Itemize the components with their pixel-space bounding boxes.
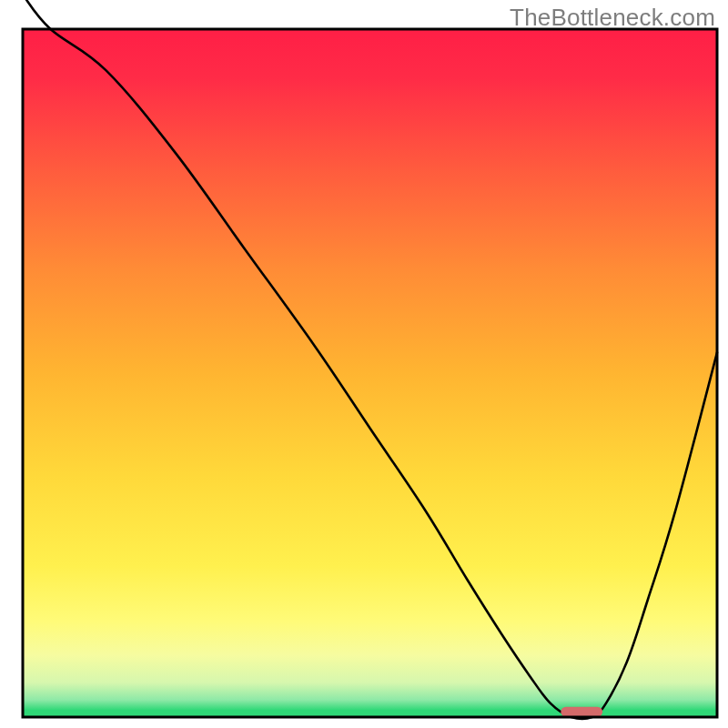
chart-container: TheBottleneck.com <box>0 0 728 728</box>
bottleneck-chart <box>0 0 728 728</box>
optimal-marker <box>561 707 602 717</box>
plot-background <box>23 29 717 717</box>
